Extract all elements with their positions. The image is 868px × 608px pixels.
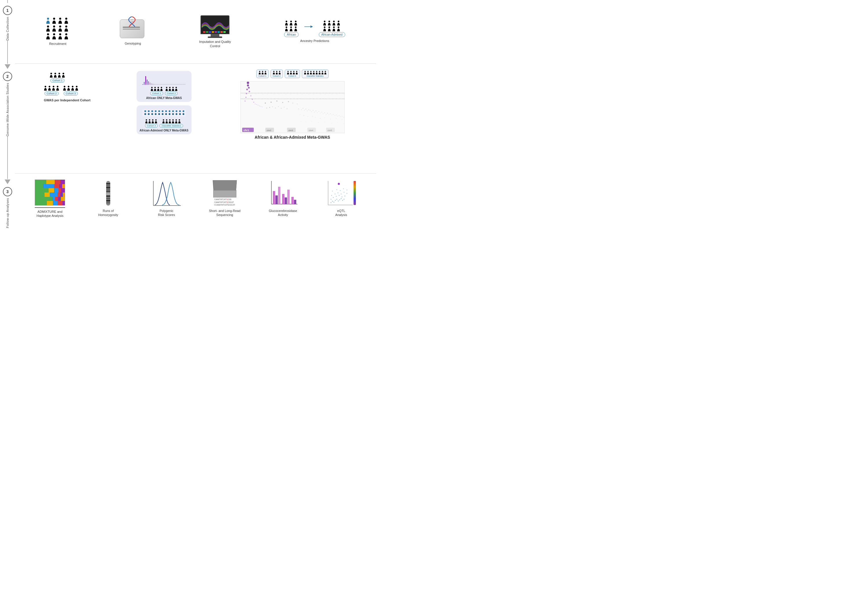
svg-point-70 [176,113,177,115]
svg-point-96 [284,107,284,108]
svg-marker-2 [5,64,11,69]
svg-rect-10 [212,31,214,33]
svg-point-196 [339,199,340,201]
svg-point-116 [315,110,316,112]
svg-point-102 [288,101,289,102]
svg-point-121 [322,114,324,114]
svg-point-53 [158,110,160,112]
african-badge: African [284,32,298,37]
svg-point-71 [179,113,181,115]
svg-point-113 [311,112,312,112]
svg-point-135 [343,117,344,118]
gluco-label-1: Glucocerebrosidase [269,209,297,213]
svg-point-108 [304,110,305,111]
svg-point-67 [165,113,167,115]
genotyping-label: Genotyping [125,41,141,45]
svg-point-51 [151,110,153,112]
svg-rect-167 [106,187,110,188]
dna-helix-icon [128,17,136,28]
gluco-label-2: Activity [278,213,288,217]
svg-point-200 [331,199,332,200]
svg-rect-19 [147,79,147,85]
sidebar-label-3: Follow-up Analyses [6,198,9,228]
svg-point-105 [298,109,299,109]
svg-point-52 [155,110,157,112]
svg-point-214 [340,190,341,191]
svg-point-89 [262,107,263,107]
sidebar-label-2: Genome-Wide Association Studies [6,83,9,136]
svg-rect-168 [106,189,110,191]
svg-point-213 [336,189,337,190]
svg-point-76 [246,89,248,90]
sidebar-label-1: Data Collection [6,17,9,40]
prs-label-1: Polygenic [160,209,173,213]
african-meta-label: African ONLY Meta-GWAS [146,96,182,100]
svg-point-211 [347,193,347,194]
sidebar-step-1: 1 [3,6,12,15]
arrow-down-2 [4,179,11,184]
svg-point-100 [276,101,277,102]
svg-point-63 [151,113,153,115]
svg-point-117 [317,112,318,113]
svg-point-132 [338,115,339,116]
svg-point-146 [300,121,301,122]
svg-point-66 [162,113,163,115]
svg-point-217 [338,183,340,185]
admixture-item: ADMIXTURE and Haplotype Analysis [21,179,79,218]
ancestry-groups: African [284,20,345,37]
svg-point-97 [287,108,287,109]
eqtl-item: eQTL Analysis [312,179,370,217]
svg-point-136 [299,114,300,115]
svg-line-4 [130,23,134,25]
african-meta-cohorts: Cohort 1 Cohort 2 [150,87,178,95]
svg-text:chr4: chr4 [309,129,313,132]
svg-point-50 [148,110,150,112]
prs-item: Polygenic Risk Scores [138,179,195,217]
svg-point-145 [341,119,342,120]
admixture-chart [35,179,65,205]
svg-point-77 [248,91,250,92]
roh-label-2: Homozygosity [98,213,118,217]
gwas-left-panel: Cohort 1 Cohort 2 [44,67,90,102]
svg-point-129 [334,115,335,116]
chromosome-icon [101,179,115,207]
svg-rect-48 [143,109,186,117]
svg-rect-186 [291,197,294,204]
svg-rect-175 [106,202,110,203]
manhattan-plot: chr1 chr2 chr3 chr4 chr5 [240,81,345,133]
sidebar-step-3: 3 [3,187,12,196]
cohort3-badge-left: Cohort 3 [64,92,78,96]
svg-point-80 [245,97,246,98]
svg-point-203 [339,195,340,196]
gwas-right-panel: Cohort 1 Cohort 2 [237,67,347,140]
svg-point-104 [296,104,298,104]
svg-point-78 [246,93,247,94]
svg-point-125 [329,114,329,115]
svg-point-106 [301,109,302,110]
section-gwas: Cohort 1 Cohort 2 [15,64,376,174]
svg-point-119 [320,113,321,114]
svg-rect-18 [145,76,146,85]
svg-point-60 [183,110,184,112]
svg-point-195 [338,201,339,202]
svg-point-85 [256,104,257,105]
svg-point-140 [315,117,316,118]
svg-point-101 [282,102,283,103]
svg-point-57 [172,110,174,112]
svg-rect-174 [106,200,110,202]
svg-point-72 [183,113,184,115]
svg-point-138 [307,117,308,117]
manhattan-title: African & African-Admixed Meta-GWAS [254,135,330,140]
svg-point-68 [169,113,170,115]
admixed-meta-label: African-Admixed ONLY Meta-GWAS [140,129,188,132]
svg-point-74 [247,84,249,87]
svg-point-56 [169,110,170,112]
svg-rect-185 [287,190,290,204]
svg-point-84 [254,104,256,104]
svg-point-190 [331,202,332,203]
admixed-meta-cohorts: Cohort 3 23andMe Statistics [145,119,183,128]
admixture-label-1: ADMIXTURE and [37,210,62,214]
admixture-label-2: Haplotype Analysis [36,214,64,218]
section-followup: ADMIXTURE and Haplotype Analysis [15,174,376,263]
svg-point-93 [275,108,276,109]
